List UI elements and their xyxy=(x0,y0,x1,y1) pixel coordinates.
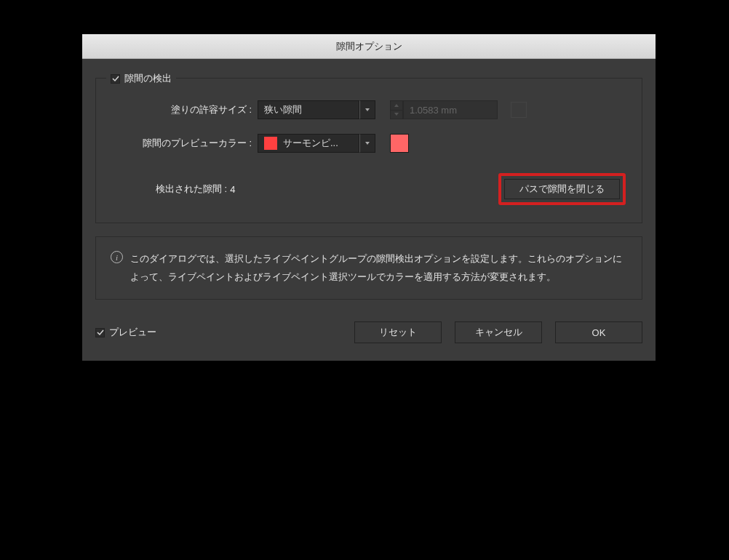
close-gaps-label: パスで隙間を閉じる xyxy=(519,183,605,196)
reset-label: リセット xyxy=(379,326,417,339)
gap-detection-group: 隙間の検出 塗りの許容サイズ : 狭い隙間 1.0583 mm xyxy=(95,78,642,223)
reset-button[interactable]: リセット xyxy=(354,321,442,343)
preview-color-row: 隙間のプレビューカラー : サーモンピ... xyxy=(112,134,626,153)
link-icon xyxy=(511,102,527,118)
titlebar[interactable]: 隙間オプション xyxy=(82,34,656,59)
preview-color-dd-body: サーモンピ... xyxy=(258,134,359,153)
detected-gaps-label: 検出された隙間 : xyxy=(156,183,227,196)
preview-checkbox-group[interactable]: プレビュー xyxy=(95,326,156,339)
info-icon: i xyxy=(111,251,123,263)
spinner-up xyxy=(391,101,402,111)
ok-button[interactable]: OK xyxy=(555,321,642,343)
cancel-button[interactable]: キャンセル xyxy=(455,321,542,343)
preview-label: プレビュー xyxy=(109,326,156,339)
check-icon xyxy=(112,75,119,82)
tolerance-dropdown[interactable]: 狭い隙間 xyxy=(258,100,375,119)
ok-label: OK xyxy=(592,327,606,338)
cancel-label: キャンセル xyxy=(475,326,522,339)
color-preview-swatch[interactable] xyxy=(390,134,409,153)
info-text: このダイアログでは、選択したライブペイントグループの隙間検出オプションを設定しま… xyxy=(130,250,627,286)
detected-gaps-count: 4 xyxy=(230,184,235,195)
close-gaps-button[interactable]: パスで隙間を閉じる xyxy=(504,179,620,199)
gap-options-dialog: 隙間オプション 隙間の検出 塗りの許容サイズ : 狭い隙間 xyxy=(82,34,656,361)
dialog-title: 隙間オプション xyxy=(336,40,402,53)
preview-color-name: サーモンピ... xyxy=(283,137,338,150)
preview-color-dropdown[interactable]: サーモンピ... xyxy=(258,134,375,153)
detect-gaps-label: 隙間の検出 xyxy=(124,72,172,85)
detected-gaps-row: 検出された隙間 : 4 パスで隙間を閉じる xyxy=(112,173,626,205)
close-gaps-highlight: パスで隙間を閉じる xyxy=(498,173,626,205)
custom-size-value: 1.0583 mm xyxy=(403,100,498,119)
tolerance-value: 狭い隙間 xyxy=(258,100,359,119)
detect-gaps-checkbox[interactable] xyxy=(111,74,120,84)
custom-size-field: 1.0583 mm xyxy=(390,100,498,119)
preview-color-label: 隙間のプレビューカラー : xyxy=(112,137,258,150)
spinner-down xyxy=(391,111,402,119)
spinner-buttons xyxy=(390,100,403,119)
info-panel: i このダイアログでは、選択したライブペイントグループの隙間検出オプションを設定… xyxy=(95,236,642,300)
tolerance-label: 塗りの許容サイズ : xyxy=(112,103,258,116)
preview-checkbox[interactable] xyxy=(95,328,105,337)
dropdown-arrow-icon xyxy=(359,134,375,153)
tolerance-row: 塗りの許容サイズ : 狭い隙間 1.0583 mm xyxy=(112,100,626,119)
dialog-footer: プレビュー リセット キャンセル OK xyxy=(95,321,642,343)
check-icon xyxy=(97,329,104,336)
gap-detection-legend: 隙間の検出 xyxy=(106,72,176,85)
dialog-body: 隙間の検出 塗りの許容サイズ : 狭い隙間 1.0583 mm xyxy=(82,59,656,361)
dropdown-arrow-icon xyxy=(359,100,375,119)
color-swatch-icon xyxy=(264,137,277,150)
